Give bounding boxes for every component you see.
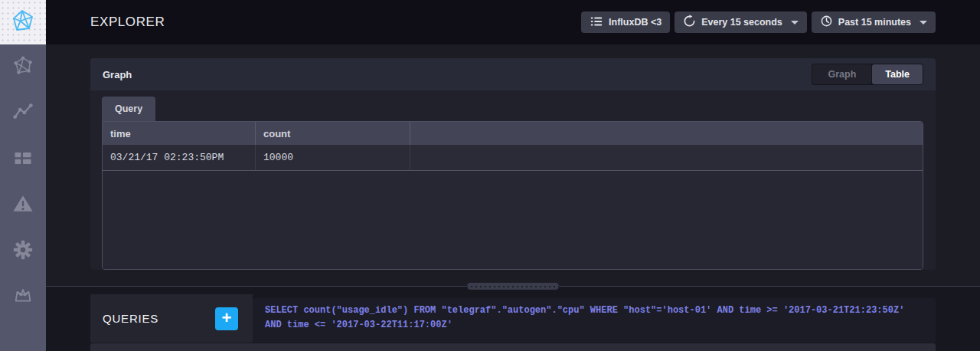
alert-triangle-icon <box>11 192 34 218</box>
column-header-empty <box>410 122 923 145</box>
column-header-count[interactable]: count <box>256 122 410 145</box>
chronograf-logo-icon <box>11 8 35 36</box>
page-title: EXPLORER <box>46 15 165 30</box>
query-tab[interactable]: Query <box>102 97 155 121</box>
hosts-icon <box>11 54 34 80</box>
refresh-icon <box>683 15 696 30</box>
top-header-bar: EXPLORER InfluxDB <3 <box>46 0 980 44</box>
autorefresh-dropdown[interactable]: Every 15 seconds <box>675 11 807 33</box>
autorefresh-label: Every 15 seconds <box>701 17 782 28</box>
queries-panel-header: QUERIES + <box>90 294 253 343</box>
query-builder-next-row <box>90 343 936 351</box>
sidebar-item-admin[interactable] <box>0 274 46 320</box>
sidebar-item-data-explorer[interactable] <box>0 90 46 136</box>
time-range-dropdown[interactable]: Past 15 minutes <box>812 11 936 33</box>
cell-empty-value <box>410 145 923 170</box>
settings-gear-icon <box>11 238 34 264</box>
table-empty-area <box>103 171 923 269</box>
toggle-graph-button[interactable]: Graph <box>812 64 871 84</box>
panel-resize-handle[interactable] <box>467 283 559 290</box>
table-header-row: time count <box>103 122 923 145</box>
queries-title: QUERIES <box>103 312 158 325</box>
panel-title: Graph <box>103 69 132 80</box>
dashboards-grid-icon <box>12 147 34 172</box>
sidebar-item-alerts[interactable] <box>0 182 46 228</box>
sidebar-item-dashboards[interactable] <box>0 136 46 182</box>
sidebar-item-hosts[interactable] <box>0 44 46 90</box>
graph-table-toggle: Graph Table <box>812 64 923 85</box>
admin-crown-icon <box>11 284 34 310</box>
sidebar-item-settings[interactable] <box>0 228 46 274</box>
data-explorer-pulse-icon <box>11 100 34 126</box>
header-controls: InfluxDB <3 Every 15 seconds <box>581 11 980 33</box>
cell-time-value: 03/21/17 02:23:50PM <box>103 145 256 170</box>
cell-count-value: 10000 <box>256 145 410 170</box>
query-card[interactable]: SELECT count("usage_idle") FROM "telegra… <box>253 298 936 343</box>
table-row[interactable]: 03/21/17 02:23:50PM 10000 <box>103 145 923 171</box>
visualization-panel-header: Graph Graph Table <box>90 58 936 90</box>
queries-panel: QUERIES + SELECT count("usage_idle") FRO… <box>90 294 936 343</box>
app-window: EXPLORER InfluxDB <3 <box>0 0 980 351</box>
toggle-table-button[interactable]: Table <box>872 64 923 84</box>
clock-icon <box>820 15 833 30</box>
source-selector-label: InfluxDB <3 <box>609 17 662 28</box>
query-text: SELECT count("usage_idle") FROM "telegra… <box>265 303 923 332</box>
results-table: time count 03/21/17 02:23:50PM 10000 <box>102 121 923 270</box>
sidebar-nav <box>0 0 46 351</box>
source-selector-button[interactable]: InfluxDB <3 <box>581 11 670 33</box>
chevron-down-icon <box>791 21 799 25</box>
main-content: Graph Graph Table Query time count 03/21… <box>46 44 980 351</box>
source-server-icon <box>590 15 603 31</box>
visualization-panel-body: Query time count 03/21/17 02:23:50PM 100… <box>90 90 936 270</box>
sidebar-item-logo[interactable] <box>0 0 46 44</box>
chevron-down-icon <box>920 21 927 25</box>
visualization-panel: Graph Graph Table Query time count 03/21… <box>90 58 936 270</box>
add-query-button[interactable]: + <box>215 307 238 330</box>
time-range-label: Past 15 minutes <box>838 17 911 28</box>
column-header-time[interactable]: time <box>103 122 256 145</box>
